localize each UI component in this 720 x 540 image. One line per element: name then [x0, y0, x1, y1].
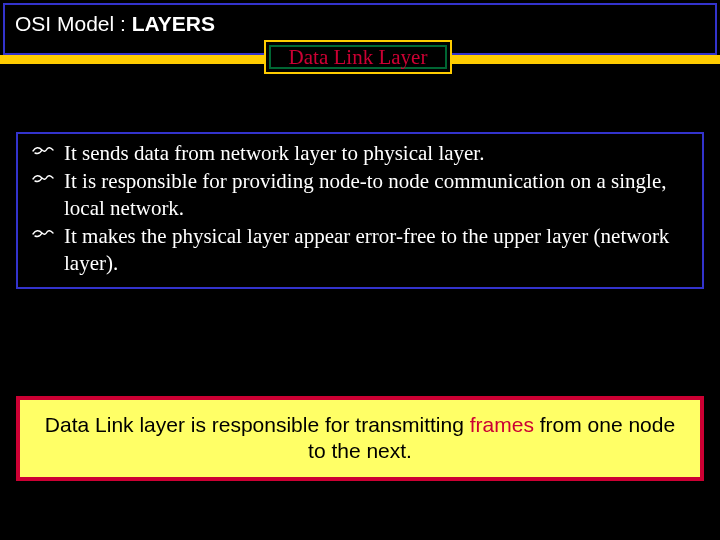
- bullets-box: It sends data from network layer to phys…: [16, 132, 704, 289]
- slide-title: OSI Model : LAYERS: [15, 12, 215, 36]
- list-item: It is responsible for providing node-to …: [28, 168, 692, 222]
- summary-text: Data Link layer is responsible for trans…: [34, 412, 686, 465]
- list-item: It makes the physical layer appear error…: [28, 223, 692, 277]
- bullet-text: It sends data from network layer to phys…: [64, 140, 692, 167]
- flourish-icon: [32, 227, 54, 241]
- summary-prefix: Data Link layer is responsible for trans…: [45, 413, 470, 436]
- list-item: It sends data from network layer to phys…: [28, 140, 692, 167]
- summary-highlight: frames: [470, 413, 534, 436]
- subtitle-text: Data Link Layer: [289, 45, 428, 70]
- flourish-icon: [32, 172, 54, 186]
- subtitle-pill: Data Link Layer: [264, 40, 452, 74]
- summary-box: Data Link layer is responsible for trans…: [16, 396, 704, 481]
- bullet-text: It is responsible for providing node-to …: [64, 168, 692, 222]
- title-plain: OSI Model :: [15, 12, 132, 35]
- title-bold: LAYERS: [132, 12, 215, 35]
- bullet-text: It makes the physical layer appear error…: [64, 223, 692, 277]
- flourish-icon: [32, 144, 54, 158]
